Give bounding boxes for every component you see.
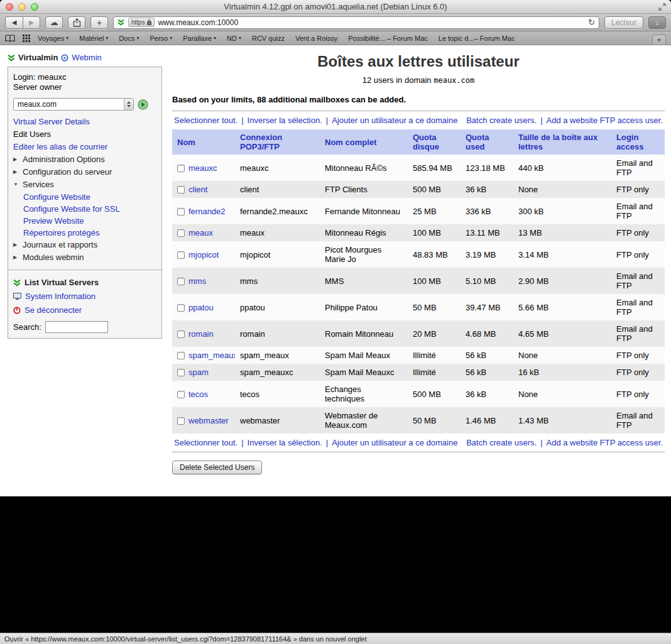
row-checkbox[interactable] xyxy=(177,186,185,194)
sidebar-item[interactable]: ▶Administration Options xyxy=(13,153,156,166)
sidebar-item-system-information[interactable]: System Information xyxy=(13,290,156,303)
sidebar-item[interactable]: Virtual Server Details xyxy=(13,116,156,128)
site-favicon-virtualmin-icon xyxy=(117,19,124,26)
action-link[interactable]: Batch create users. xyxy=(466,116,537,125)
top-sites-grid-icon[interactable] xyxy=(23,35,30,42)
row-checkbox[interactable] xyxy=(177,165,185,172)
table-cell: 1.43 MB xyxy=(513,407,611,434)
minimize-window-button[interactable] xyxy=(18,3,26,11)
users-table-head-row: NomConnexion POP3/FTPNom completQuota di… xyxy=(172,129,665,155)
url-text[interactable]: www.meaux.com:10000 xyxy=(158,18,584,27)
share-button[interactable] xyxy=(68,16,85,29)
row-checkbox[interactable] xyxy=(177,304,185,312)
cloud-icon: ☁ xyxy=(50,18,58,27)
go-button[interactable] xyxy=(138,99,148,110)
downloads-button[interactable]: ↓ xyxy=(648,16,666,29)
row-checkbox[interactable] xyxy=(177,229,185,237)
user-name-link[interactable]: tecos xyxy=(188,390,208,399)
webmin-link[interactable]: Webmin xyxy=(72,53,101,62)
user-name-link[interactable]: meaux xyxy=(188,228,213,237)
row-checkbox[interactable] xyxy=(177,352,185,359)
user-name-link[interactable]: mjopicot xyxy=(188,250,219,259)
chevron-right-icon[interactable]: ▶ xyxy=(13,166,19,178)
back-button[interactable]: ◀ xyxy=(5,16,23,29)
sidebar-item[interactable]: ▶Journaux et rapports xyxy=(13,239,156,251)
user-name-link[interactable]: spam_meaux xyxy=(188,351,235,360)
divider xyxy=(172,452,665,452)
sidebar-item-list-virtual-servers[interactable]: List Virtual Servers xyxy=(13,276,156,290)
user-name-link[interactable]: spam xyxy=(188,368,209,377)
row-checkbox[interactable] xyxy=(177,417,185,425)
row-checkbox[interactable] xyxy=(177,330,185,338)
reader-button[interactable]: Lecteur xyxy=(604,16,643,29)
chevron-down-icon[interactable]: ▼ xyxy=(13,178,19,191)
search-label: Search: xyxy=(13,322,41,332)
table-cell: 39.47 MB xyxy=(461,294,513,320)
reload-icon[interactable]: ↻ xyxy=(588,18,595,27)
user-name-link[interactable]: romain xyxy=(188,329,214,339)
delete-selected-users-button[interactable]: Delete Selected Users xyxy=(172,461,262,474)
separator: | xyxy=(241,438,243,447)
sidebar-item[interactable]: ▶Modules webmin xyxy=(13,251,156,264)
row-checkbox[interactable] xyxy=(177,391,185,398)
action-link[interactable]: Add a website FTP access user. xyxy=(547,116,663,125)
user-name-link[interactable]: meauxc xyxy=(188,163,217,173)
address-bar[interactable]: https www.meaux.com:10000 ↻ xyxy=(113,16,599,29)
sidebar-item[interactable]: Edit Users xyxy=(13,128,156,141)
action-link[interactable]: Inverser la sélection. xyxy=(248,438,322,447)
action-link[interactable]: Batch create users. xyxy=(466,438,537,447)
sidebar-subitem[interactable]: Configure Website xyxy=(13,191,156,203)
sidebar-subitem[interactable]: Répertoires protégés xyxy=(13,227,156,239)
bookmark-item[interactable]: Voyages▾ xyxy=(38,35,68,42)
user-name-link[interactable]: fernande2 xyxy=(188,207,226,216)
table-row: spamspam_meauxcSpam Mail MeauxcIllimité5… xyxy=(172,364,665,381)
bookmark-item[interactable]: Le topic d...– Forum Mac xyxy=(439,35,515,42)
bookmark-item[interactable]: Docs▾ xyxy=(119,35,139,42)
table-cell: 50 MB xyxy=(408,407,461,434)
chevron-right-icon[interactable]: ▶ xyxy=(13,251,19,264)
row-checkbox[interactable] xyxy=(177,369,185,376)
bookmark-item[interactable]: Parallaxe▾ xyxy=(183,35,216,42)
user-name-link[interactable]: mms xyxy=(188,276,206,286)
sidebar-item[interactable]: ▼Services xyxy=(13,178,156,191)
chevron-right-icon[interactable]: ▶ xyxy=(13,239,19,251)
user-name-link[interactable]: webmaster xyxy=(188,416,229,425)
table-cell: 3.19 MB xyxy=(461,241,513,268)
bookmark-item[interactable]: Perso▾ xyxy=(150,35,172,42)
add-tab-button[interactable]: + xyxy=(652,35,666,45)
bookmark-item[interactable]: Possibilité... – Forum Mac xyxy=(348,35,428,42)
row-checkbox[interactable] xyxy=(177,278,185,285)
action-link[interactable]: Add a website FTP access user. xyxy=(547,438,663,447)
action-link[interactable]: Selectionner tout. xyxy=(174,438,237,447)
bookmark-item[interactable]: Matériel▾ xyxy=(79,35,108,42)
action-link[interactable]: Ajouter un utilisateur a ce domaine xyxy=(332,116,457,125)
bookmark-item[interactable]: Vent a Roissy xyxy=(295,35,337,42)
chevron-right-icon[interactable]: ▶ xyxy=(13,153,19,166)
share-icon xyxy=(73,18,81,27)
forward-button[interactable]: ▶ xyxy=(23,16,40,29)
action-link[interactable]: Selectionner tout. xyxy=(174,116,237,125)
icloud-tabs-button[interactable]: ☁ xyxy=(45,16,63,29)
sidebar-subitem[interactable]: Configure Website for SSL xyxy=(13,203,156,215)
fullscreen-icon[interactable] xyxy=(658,3,666,11)
sidebar-item[interactable]: Editer les alias de courrier xyxy=(13,141,156,153)
user-name-link[interactable]: client xyxy=(188,185,207,194)
user-name-link[interactable]: ppatou xyxy=(188,303,214,312)
new-tab-button[interactable]: + xyxy=(90,16,108,29)
sidebar-item[interactable]: ▶Configuration du serveur xyxy=(13,166,156,178)
bookmark-item[interactable]: ND▾ xyxy=(227,35,241,42)
close-window-button[interactable] xyxy=(6,3,13,11)
row-checkbox[interactable] xyxy=(177,208,185,216)
table-cell: Illimité xyxy=(408,364,461,381)
bookmark-item[interactable]: RCV quizz xyxy=(252,35,285,42)
action-link[interactable]: Ajouter un utilisateur a ce domaine xyxy=(332,438,457,447)
zoom-window-button[interactable] xyxy=(31,3,38,11)
sidebar-item-logout[interactable]: Se déconnecter xyxy=(13,303,156,317)
bookmarks-book-icon[interactable] xyxy=(5,35,15,42)
domain-select[interactable]: meaux.com xyxy=(13,98,134,111)
sidebar-subitem[interactable]: Preview Website xyxy=(13,215,156,227)
action-link[interactable]: Inverser la sélection. xyxy=(248,116,322,125)
search-input[interactable] xyxy=(45,321,108,333)
row-checkbox[interactable] xyxy=(177,251,185,259)
table-cell: FTP only xyxy=(611,181,665,198)
